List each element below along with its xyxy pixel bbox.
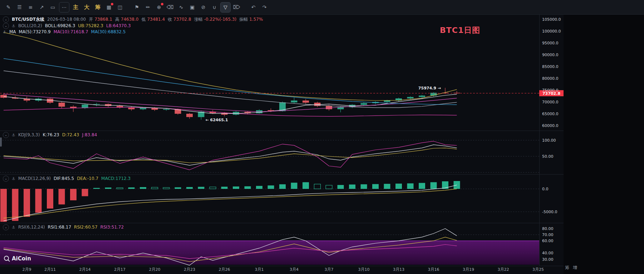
rectangle-tool-icon[interactable]: ▭ (48, 3, 58, 12)
svg-text:60000.0: 60000.0 (542, 123, 559, 128)
ma-header: ⚓ MA MA(5):73270.9 MA(10):71618.7 MA(30)… (3, 29, 126, 35)
ohlc-header: ⌄ BTC/USDT永续 2026-03-18 08:00 开73868.1 高… (3, 16, 263, 23)
open-label: 开 (89, 17, 93, 22)
svg-text:3月25: 3月25 (532, 267, 544, 272)
ma30-value: MA(30):68832.5 (91, 29, 126, 35)
svg-text:90000.0: 90000.0 (542, 53, 559, 57)
ma-name[interactable]: MA (9, 29, 16, 35)
svg-text:65000.0: 65000.0 (542, 112, 559, 116)
low-label: 低 (141, 17, 146, 22)
draw-pencil-icon[interactable]: ✎ (4, 3, 13, 12)
close-label: 收 (168, 17, 172, 22)
svg-text:3月7: 3月7 (325, 267, 334, 272)
svg-text:-5000.0: -5000.0 (542, 210, 557, 214)
brush-icon[interactable]: ✏ (143, 3, 153, 12)
split-view-icon[interactable]: ◫ (115, 3, 125, 12)
svg-text:3月16: 3月16 (428, 267, 439, 272)
anchor-icon[interactable]: ⚓ (3, 29, 6, 35)
svg-text:100.00: 100.00 (542, 138, 556, 143)
svg-text:105000.0: 105000.0 (542, 17, 561, 22)
svg-text:70.00: 70.00 (542, 233, 554, 237)
indicator-list-icon[interactable]: ☰ (15, 3, 24, 12)
large-view-button[interactable]: 大 (82, 3, 92, 12)
anchor-icon[interactable]: ⚓ (12, 225, 15, 230)
more-tools-icon[interactable]: ⋯ (59, 2, 69, 13)
side-tab-chips[interactable]: 筹 (565, 265, 569, 271)
anchor-icon[interactable]: ⚓ (12, 176, 15, 181)
aicoin-logo-text: AiCoin (12, 255, 31, 262)
svg-text:70000.0: 70000.0 (542, 100, 559, 104)
zoom-search-icon[interactable]: ⊕ (154, 3, 164, 12)
macd-header: ⌄ ⚓ MACD(12,26,9) DIF:845.5 DEA:-10.7 MA… (3, 176, 131, 182)
change-label: 涨幅 (194, 17, 203, 22)
flag-icon[interactable]: ⚑ (132, 3, 142, 12)
eraser-icon[interactable]: ⌫ (165, 3, 175, 12)
svg-text:3月13: 3月13 (393, 267, 404, 272)
amplitude-value: 1.57% (249, 17, 263, 22)
svg-text:2月9: 2月9 (23, 267, 31, 272)
svg-text:40.00: 40.00 (542, 251, 554, 255)
open-value: 73868.1 (94, 17, 112, 22)
chip-distribution-button[interactable]: 筹 (93, 3, 103, 12)
box-select-icon[interactable]: ▣ (187, 3, 197, 12)
trash-icon[interactable]: ⌦ (232, 3, 241, 12)
undo-icon[interactable]: ↶ (249, 3, 258, 12)
svg-text:80000.0: 80000.0 (542, 76, 559, 81)
trendline-tool-icon[interactable]: ↗ (37, 3, 46, 12)
tag-icon[interactable]: ⊘ (198, 3, 208, 12)
svg-text:75000.0: 75000.0 (542, 88, 559, 93)
notification-badge (161, 3, 163, 5)
svg-text:100000.0: 100000.0 (542, 29, 561, 34)
rsi2-value: RSI2:60.57 (74, 225, 98, 230)
svg-text:95000.0: 95000.0 (542, 41, 559, 45)
svg-text:0.0: 0.0 (542, 187, 549, 191)
change-value: -0.22%(-165.3) (204, 17, 237, 22)
top-toolbar: ✎☰≡↗▭⋯主大筹▦◫⚑✏⊕⌫∿▣⊘∪▽⌦↶↷ (0, 0, 644, 15)
boll-header: ⌄ ⚓ BOLL(20,2) BOLL:69826.3 UB:75282.3 L… (3, 23, 131, 29)
boll-name[interactable]: BOLL(20,2) (18, 23, 42, 29)
svg-text:85000.0: 85000.0 (542, 64, 559, 69)
side-tab-extra[interactable]: 增 (573, 265, 577, 271)
kdj-k-value: K:76.23 (43, 132, 59, 138)
ma5-value: MA(5):73270.9 (19, 29, 50, 35)
panel-grid-icon[interactable]: ▦ (104, 3, 114, 12)
boll-mid-value: BOLL:69826.3 (45, 23, 75, 29)
svg-text:3月22: 3月22 (498, 267, 509, 272)
aicoin-trading-app: { "colors": { "bg": "#0b0d12", "right_bg… (0, 0, 644, 274)
anchor-icon[interactable]: ⚓ (12, 23, 15, 29)
anchor-icon[interactable]: ⚓ (12, 132, 15, 138)
chevron-down-icon[interactable]: ⌄ (3, 16, 9, 23)
high-value: 74638.0 (121, 17, 139, 22)
left-scrollbar-thumb[interactable] (0, 137, 2, 147)
chart-watermark: BTC1日图 (440, 25, 480, 36)
macd-value: MACD:1712.3 (101, 176, 131, 181)
redo-icon[interactable]: ↷ (260, 3, 269, 12)
svg-text:3月4: 3月4 (290, 267, 299, 272)
svg-text:50.00: 50.00 (542, 154, 554, 159)
svg-text:2月14: 2月14 (79, 267, 91, 272)
chevron-down-icon[interactable]: ⌄ (3, 23, 9, 29)
svg-text:2月26: 2月26 (219, 267, 230, 272)
svg-text:3月10: 3月10 (358, 267, 370, 272)
svg-text:2月17: 2月17 (114, 267, 126, 272)
chevron-down-icon[interactable]: ⌄ (3, 132, 9, 138)
chevron-down-icon[interactable]: ⌄ (3, 224, 9, 230)
main-chart-button[interactable]: 主 (71, 3, 80, 12)
chevron-down-icon[interactable]: ⌄ (3, 176, 9, 182)
low-value: 73481.4 (147, 17, 165, 22)
macd-name[interactable]: MACD(12,26,9) (18, 176, 51, 181)
notification-badge (111, 3, 113, 5)
filter-funnel-icon[interactable]: ▽ (221, 3, 230, 12)
svg-text:60.00: 60.00 (542, 239, 554, 243)
kdj-j-value: J:83.84 (82, 132, 97, 138)
kdj-name[interactable]: KDJ(9,3,3) (18, 132, 40, 138)
svg-text:3月1: 3月1 (255, 267, 264, 272)
svg-text:2月11: 2月11 (44, 267, 56, 272)
symbol-name[interactable]: BTC/USDT永续 (12, 17, 44, 22)
template-list-icon[interactable]: ≡ (26, 3, 35, 12)
wave-tool-icon[interactable]: ∿ (176, 3, 186, 12)
rsi-name[interactable]: RSI(6,12,24) (18, 225, 45, 230)
bar-datetime: 2026-03-18 08:00 (47, 17, 86, 22)
svg-text:75974.9 →: 75974.9 → (418, 86, 441, 90)
magnet-icon[interactable]: ∪ (210, 3, 219, 12)
